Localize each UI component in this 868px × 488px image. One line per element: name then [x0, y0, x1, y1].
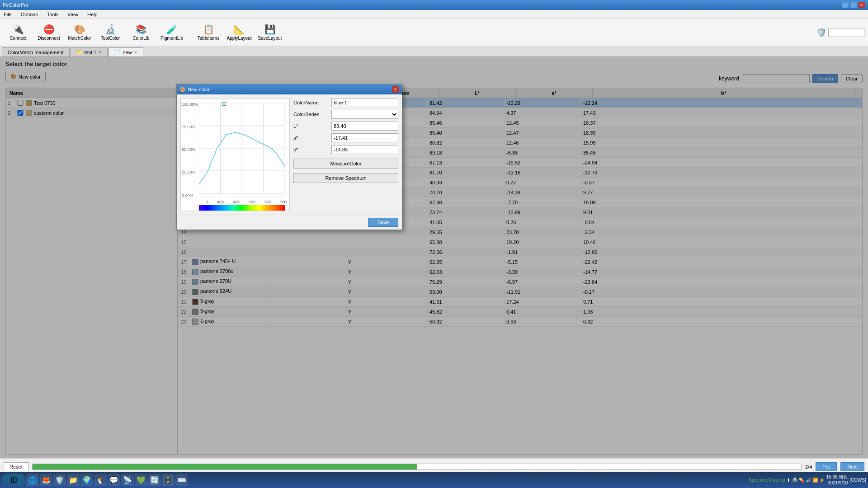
color-name-label: ColorName: [293, 100, 330, 105]
taskbar-browser-icon[interactable]: 🦊: [40, 474, 52, 486]
maximize-btn[interactable]: □: [850, 2, 857, 8]
applylayout-icon: 📐: [234, 24, 245, 35]
taskbar-clock[interactable]: 15:36 周五 2021/9/10: [826, 474, 848, 486]
tab-bar: ColorMatch management 📁 test 1 ✕ 📄 new ✕: [0, 46, 868, 57]
next-button[interactable]: Next: [840, 462, 864, 471]
y-label-75: 75.00%: [182, 125, 196, 129]
color-name-input[interactable]: [331, 98, 398, 107]
taskbar-browser2-icon[interactable]: 🌍: [80, 474, 93, 486]
disconnect-icon: ⛔: [43, 24, 55, 35]
l-input[interactable]: [331, 122, 398, 131]
menu-help[interactable]: Help: [85, 11, 99, 18]
y-label-0: 0.00%: [182, 193, 193, 198]
l-label: L*: [293, 123, 330, 129]
testcolor-label: TestColor: [101, 36, 120, 41]
tab-colormatch[interactable]: ColorMatch management: [2, 47, 70, 56]
taskbar-tray: SpectoroMateral ⬆ 🖨️ 💊 🔊 📶 ⚡ 15:36 周五 20…: [749, 474, 866, 486]
y-label-25: 25.00%: [182, 170, 196, 174]
taskbar-shield-icon[interactable]: 🛡️: [53, 474, 66, 486]
x-label-490: 490: [233, 200, 240, 204]
start-button[interactable]: ⊞: [2, 474, 25, 486]
chart-point: [222, 102, 226, 106]
disconnect-button[interactable]: ⛔ Disconnect: [34, 21, 63, 44]
disconnect-label: Disconnect: [38, 36, 60, 41]
color-series-select[interactable]: [331, 110, 398, 119]
colorlib-button[interactable]: 📚 ColorLib: [127, 21, 156, 44]
taskbar-arrow-icon: ⬆: [787, 478, 790, 483]
b-input[interactable]: [331, 145, 398, 154]
toolbar-separator: [190, 23, 190, 42]
dialog-body: 100.00% 75.00% 50.00% 25.00% 0.00%: [177, 94, 402, 215]
x-label-460: 460: [217, 200, 224, 204]
menu-view[interactable]: View: [66, 11, 80, 18]
b-field: b*: [293, 145, 398, 154]
tab-new-close[interactable]: ✕: [134, 50, 137, 55]
progress-fill: [33, 464, 417, 469]
dialog-palette-icon: 🎨: [179, 87, 186, 93]
matchcolor-icon: 🎨: [74, 24, 85, 35]
dialog-title: 🎨 New color: [179, 87, 210, 93]
matchcolor-button[interactable]: 🎨 MatchColor: [65, 21, 94, 44]
progress-bar: [32, 464, 802, 470]
top-search-input[interactable]: [828, 28, 864, 37]
taskbar-icons-row: 🖨️ 💊 🔊 📶 ⚡: [792, 478, 824, 483]
shield-icon: 🛡️: [816, 28, 826, 38]
close-btn[interactable]: ✕: [858, 2, 865, 8]
main-content: Select the target color 🎨 New color keyw…: [0, 57, 868, 458]
toolbar: 🔌 Connect ⛔ Disconnect 🎨 MatchColor 🔬 Te…: [0, 19, 868, 46]
save-button[interactable]: Save: [368, 218, 398, 227]
taskbar-sync-icon[interactable]: 🔄: [148, 474, 161, 486]
tableitems-button[interactable]: 📋 TableItems: [194, 21, 223, 44]
a-field: a*: [293, 133, 398, 142]
reset-button[interactable]: Reset: [4, 462, 28, 471]
colorlib-icon: 📚: [136, 24, 147, 35]
menu-options[interactable]: Options: [19, 11, 40, 18]
tableitems-icon: 📋: [203, 24, 214, 35]
applylayout-label: ApplyLayout: [226, 36, 251, 41]
a-input[interactable]: [331, 133, 398, 142]
spectrum-bar: [199, 205, 285, 211]
app-title: PeColorPro: [3, 2, 28, 8]
taskbar: ⊞ 🌐 🦊 🛡️ 📁 🌍 🐧 💬 📡 💚 🔄 🗄️ ⌨️ SpectoroMat…: [0, 472, 868, 488]
window-controls: — □ ✕: [842, 2, 865, 8]
applylayout-button[interactable]: 📐 ApplyLayout: [225, 21, 254, 44]
taskbar-chat-icon[interactable]: 💬: [108, 474, 120, 486]
savelayout-label: SaveLayout: [258, 36, 282, 41]
taskbar-wechat-icon[interactable]: 💚: [135, 474, 147, 486]
taskbar-terminal-icon[interactable]: ⌨️: [175, 474, 188, 486]
taskbar-hat-icon[interactable]: 🐧: [94, 474, 107, 486]
x-label-520: 520: [249, 200, 255, 204]
title-bar: PeColorPro — □ ✕: [0, 0, 868, 10]
taskbar-rss-icon[interactable]: 📡: [121, 474, 134, 486]
measure-color-button[interactable]: MeasureColor: [293, 159, 398, 169]
taskbar-db-icon[interactable]: 🗄️: [162, 474, 175, 486]
clock-time: 15:36 周五: [826, 474, 848, 480]
x-label-380: 3: [206, 200, 208, 204]
dialog-close-button[interactable]: ✕: [392, 86, 399, 93]
pigmentlib-button[interactable]: 🧪 PigmentLib: [157, 21, 186, 44]
tab-test1-close[interactable]: ✕: [98, 50, 102, 55]
taskbar-cows: [COWS]: [849, 478, 866, 483]
dialog-title-text: New color: [188, 87, 210, 92]
testcolor-icon: 🔬: [105, 24, 116, 35]
chart-area: 100.00% 75.00% 50.00% 25.00% 0.00%: [180, 98, 290, 211]
connect-button[interactable]: 🔌 Connect: [4, 21, 33, 44]
testcolor-button[interactable]: 🔬 TestColor: [96, 21, 125, 44]
menu-tools[interactable]: Tools: [45, 11, 61, 18]
minimize-btn[interactable]: —: [842, 2, 849, 8]
chart-grid: [199, 103, 285, 198]
menu-file[interactable]: File: [2, 11, 14, 18]
prev-button[interactable]: Pre: [816, 462, 837, 471]
modal-overlay: 🎨 New color ✕ 100.00% 75.00% 50.00% 25.0…: [0, 57, 868, 458]
doc-icon: 📄: [114, 49, 121, 55]
tab-test1-label: test 1: [85, 50, 97, 55]
taskbar-folder-icon[interactable]: 📁: [67, 474, 80, 486]
tab-test1[interactable]: 📁 test 1 ✕: [71, 47, 108, 56]
pigmentlib-label: PigmentLib: [160, 36, 183, 41]
taskbar-ie-icon[interactable]: 🌐: [26, 474, 39, 486]
savelayout-button[interactable]: 💾 SaveLayout: [255, 21, 284, 44]
remove-spectrum-button[interactable]: Remove Spectrum: [293, 173, 398, 183]
tab-new[interactable]: 📄 new ✕: [108, 47, 143, 56]
folder-icon: 📁: [76, 49, 83, 55]
connect-icon: 🔌: [13, 24, 24, 35]
